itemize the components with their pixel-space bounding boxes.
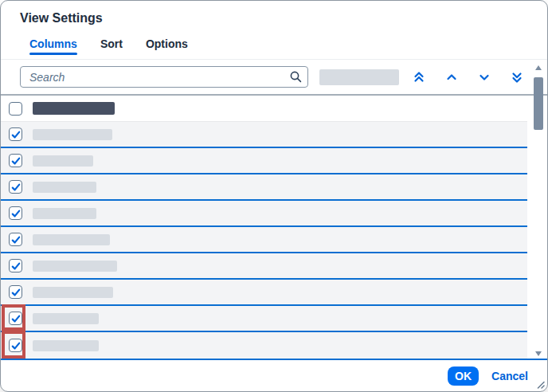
- row-label-placeholder: [33, 287, 113, 298]
- checkmark-icon: [10, 234, 22, 245]
- scrollbar-down-arrow-icon[interactable]: [535, 351, 542, 356]
- tab-options-label: Options: [146, 37, 188, 50]
- column-list-header-row[interactable]: [1, 96, 527, 122]
- tab-strip: Columns Sort Options: [1, 33, 547, 60]
- checkmark-icon: [10, 340, 22, 351]
- toolbar: [1, 60, 547, 94]
- checkmark-icon: [10, 208, 22, 219]
- search-field[interactable]: [20, 66, 308, 88]
- row-checkbox[interactable]: [9, 102, 22, 116]
- checkmark-icon: [10, 313, 22, 324]
- row-checkbox[interactable]: [9, 285, 22, 299]
- row-checkbox[interactable]: [9, 206, 22, 220]
- search-icon[interactable]: [289, 70, 303, 84]
- tab-columns[interactable]: Columns: [29, 33, 77, 58]
- column-list-row[interactable]: [1, 306, 527, 332]
- tab-options[interactable]: Options: [146, 33, 188, 58]
- toolbar-button-skeleton: [319, 69, 399, 85]
- ok-button[interactable]: OK: [448, 367, 479, 386]
- tab-columns-label: Columns: [29, 37, 77, 50]
- row-label-placeholder: [33, 155, 93, 167]
- scrollbar-thumb[interactable]: [534, 77, 543, 130]
- move-up-icon: [445, 71, 458, 84]
- row-label-placeholder: [33, 340, 99, 351]
- row-checkbox[interactable]: [9, 259, 22, 272]
- move-down-button[interactable]: [471, 66, 498, 88]
- row-checkbox[interactable]: [9, 312, 22, 325]
- checkmark-icon: [10, 261, 22, 272]
- row-checkbox[interactable]: [9, 154, 22, 167]
- column-list-row[interactable]: [1, 148, 527, 174]
- row-label-placeholder: [33, 261, 117, 272]
- collapse-all-button[interactable]: [405, 66, 433, 88]
- checkmark-icon: [10, 155, 22, 167]
- move-down-icon: [478, 71, 491, 84]
- row-label-placeholder: [33, 234, 110, 245]
- row-label-placeholder: [33, 208, 96, 219]
- row-checkbox[interactable]: [9, 233, 22, 246]
- resize-grip-icon[interactable]: [535, 379, 545, 389]
- scrollbar[interactable]: [533, 64, 544, 358]
- checkmark-icon: [10, 287, 22, 298]
- column-list-row[interactable]: [1, 280, 527, 306]
- collapse-all-icon: [413, 71, 425, 84]
- row-checkbox[interactable]: [9, 127, 22, 141]
- column-list-row[interactable]: [1, 201, 527, 227]
- checkmark-icon: [10, 129, 22, 140]
- column-list-row[interactable]: [1, 253, 527, 280]
- expand-all-button[interactable]: [503, 66, 530, 88]
- row-checkbox[interactable]: [9, 180, 22, 194]
- dialog-footer: OK Cancel: [1, 360, 547, 392]
- view-settings-dialog: View Settings Columns Sort Options: [0, 0, 548, 392]
- column-list: [1, 94, 547, 360]
- row-label-placeholder: [33, 182, 96, 193]
- column-list-row[interactable]: [1, 227, 527, 253]
- column-list-row[interactable]: [1, 122, 527, 148]
- row-checkbox[interactable]: [9, 339, 22, 352]
- dialog-title: View Settings: [20, 11, 528, 25]
- scrollbar-up-arrow-icon[interactable]: [535, 65, 542, 70]
- column-list-row[interactable]: [1, 332, 527, 359]
- dialog-header: View Settings: [1, 1, 547, 33]
- row-label-placeholder: [33, 129, 112, 140]
- row-label-placeholder: [33, 313, 99, 324]
- tab-sort-label: Sort: [100, 37, 123, 50]
- checkmark-icon: [10, 182, 22, 193]
- expand-all-icon: [511, 71, 523, 84]
- column-list-row[interactable]: [1, 174, 527, 201]
- cancel-button[interactable]: Cancel: [491, 370, 528, 382]
- tab-sort[interactable]: Sort: [100, 33, 123, 58]
- screen: View Settings Columns Sort Options: [0, 0, 548, 392]
- search-input[interactable]: [20, 66, 308, 88]
- move-up-button[interactable]: [438, 66, 465, 88]
- row-label-placeholder: [33, 102, 115, 115]
